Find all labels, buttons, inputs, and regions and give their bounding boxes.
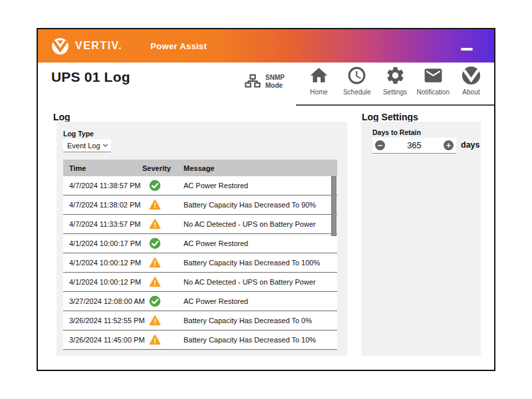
- nav-item-notification[interactable]: Notification: [414, 64, 452, 104]
- nav-item-settings[interactable]: Settings: [376, 64, 414, 104]
- row-time: 4/7/2024 11:33:57 PM: [63, 220, 136, 228]
- table-row: 4/1/2024 10:00:12 PM No AC Detected - UP…: [63, 273, 337, 292]
- nav-label: Home: [310, 88, 328, 96]
- row-time: 3/26/2024 11:52:55 PM: [63, 317, 136, 325]
- success-icon: [149, 237, 161, 249]
- days-to-retain-value[interactable]: 365: [407, 140, 422, 150]
- row-severity: [136, 237, 178, 249]
- row-message: No AC Detected - UPS on Battery Power: [178, 220, 337, 228]
- vertiv-logo-icon: [461, 65, 481, 86]
- titlebar: VERTIV. Power Assist: [38, 29, 494, 63]
- table-row: 4/7/2024 11:38:57 PM AC Power Restored: [63, 176, 337, 196]
- warning-icon: [149, 257, 161, 269]
- nav-label: Schedule: [343, 88, 371, 96]
- warning-icon: [149, 315, 161, 327]
- table-scrollbar-thumb[interactable]: [331, 176, 336, 236]
- envelope-icon: [423, 65, 444, 86]
- row-time: 3/27/2024 12:08:00 AM: [63, 297, 136, 305]
- log-table: Time Severity Message 4/7/2024 11:38:57 …: [63, 160, 337, 350]
- row-message: AC Power Restored: [178, 182, 337, 190]
- row-severity: [136, 257, 178, 269]
- warning-icon: [149, 218, 161, 230]
- column-header-time: Time: [63, 164, 136, 172]
- warning-icon: [149, 334, 161, 346]
- log-type-select[interactable]: Event Log: [63, 139, 111, 152]
- days-to-retain-label: Days to Retain: [372, 128, 421, 136]
- row-message: Battery Capacity Has Decreased To 10%: [178, 336, 337, 344]
- days-to-retain-stepper: − 365 +: [372, 138, 456, 154]
- row-message: AC Power Restored: [178, 239, 337, 247]
- brand-name: VERTIV.: [75, 40, 122, 52]
- app-name: Power Assist: [150, 41, 207, 51]
- row-message: No AC Detected - UPS on Battery Power: [178, 278, 337, 286]
- row-severity: [136, 315, 178, 327]
- table-row: 4/1/2024 10:00:12 PM Battery Capacity Ha…: [63, 253, 337, 273]
- row-severity: [136, 295, 178, 307]
- row-message: Battery Capacity Has Decreased To 90%: [178, 201, 337, 209]
- log-type-label: Log Type: [63, 130, 94, 138]
- table-row: 4/7/2024 11:38:02 PM Battery Capacity Ha…: [63, 196, 337, 215]
- table-row: 3/27/2024 12:08:00 AM AC Power Restored: [63, 292, 337, 311]
- row-message: Battery Capacity Has Decreased To 0%: [178, 317, 337, 325]
- row-severity: [136, 218, 178, 230]
- clock-icon: [346, 65, 367, 86]
- nav-label: Settings: [383, 88, 407, 96]
- chevron-down-icon: [102, 142, 108, 148]
- nav-label: About: [462, 88, 479, 96]
- row-time: 4/7/2024 11:38:57 PM: [63, 182, 136, 190]
- row-severity: [136, 276, 178, 288]
- days-unit-label: days: [461, 140, 480, 150]
- row-severity: [136, 199, 178, 211]
- log-settings-title: Log Settings: [362, 112, 418, 122]
- row-message: AC Power Restored: [178, 297, 337, 305]
- log-section-title: Log: [53, 112, 70, 122]
- row-time: 4/1/2024 10:00:12 PM: [63, 259, 136, 267]
- decrement-button[interactable]: −: [375, 140, 385, 150]
- log-panel: Log Type Event Log Time Severity Message…: [57, 122, 347, 356]
- column-header-severity: Severity: [136, 164, 178, 172]
- row-message: Battery Capacity Has Decreased To 100%: [178, 259, 337, 267]
- snmp-mode-label: SNMP Mode: [265, 74, 285, 90]
- table-row: 3/26/2024 11:52:55 PM Battery Capacity H…: [63, 311, 337, 331]
- increment-button[interactable]: +: [444, 140, 454, 150]
- home-icon: [309, 65, 329, 86]
- table-row: 3/26/2024 11:45:00 PM Battery Capacity H…: [63, 331, 337, 350]
- gear-icon: [385, 65, 406, 86]
- desktop: { "window": { "minimize": "minimize" }, …: [0, 0, 532, 399]
- nav-item-schedule[interactable]: Schedule: [338, 64, 376, 104]
- main-nav: Home Schedule Settings Notification: [296, 64, 494, 106]
- log-table-body: 4/7/2024 11:38:57 PM AC Power Restored4/…: [63, 176, 337, 350]
- success-icon: [149, 295, 161, 307]
- warning-icon: [149, 276, 161, 288]
- column-header-message: Message: [178, 164, 337, 172]
- row-severity: [136, 180, 178, 192]
- table-row: 4/1/2024 10:00:17 PM AC Power Restored: [63, 234, 337, 253]
- row-severity: [136, 334, 178, 346]
- app-window: VERTIV. Power Assist UPS 01 Log SNMP Mod…: [37, 28, 495, 371]
- row-time: 4/7/2024 11:38:02 PM: [63, 201, 136, 209]
- row-time: 4/1/2024 10:00:12 PM: [63, 278, 136, 286]
- page-title: UPS 01 Log: [51, 69, 130, 85]
- network-topology-icon: [244, 73, 261, 90]
- log-type-value: Event Log: [67, 142, 100, 150]
- nav-item-home[interactable]: Home: [300, 64, 338, 104]
- nav-item-about[interactable]: About: [452, 64, 490, 104]
- vertiv-logo-icon: [51, 37, 69, 55]
- minimize-button[interactable]: [461, 48, 473, 51]
- nav-label: Notification: [416, 88, 449, 96]
- warning-icon: [149, 199, 161, 211]
- log-settings-panel: Days to Retain − 365 + days: [361, 122, 481, 356]
- success-icon: [149, 180, 161, 192]
- row-time: 3/26/2024 11:45:00 PM: [63, 336, 136, 344]
- table-row: 4/7/2024 11:33:57 PM No AC Detected - UP…: [63, 215, 337, 234]
- snmp-mode-indicator: SNMP Mode: [244, 73, 285, 90]
- row-time: 4/1/2024 10:00:17 PM: [63, 239, 136, 247]
- log-table-header: Time Severity Message: [63, 160, 337, 176]
